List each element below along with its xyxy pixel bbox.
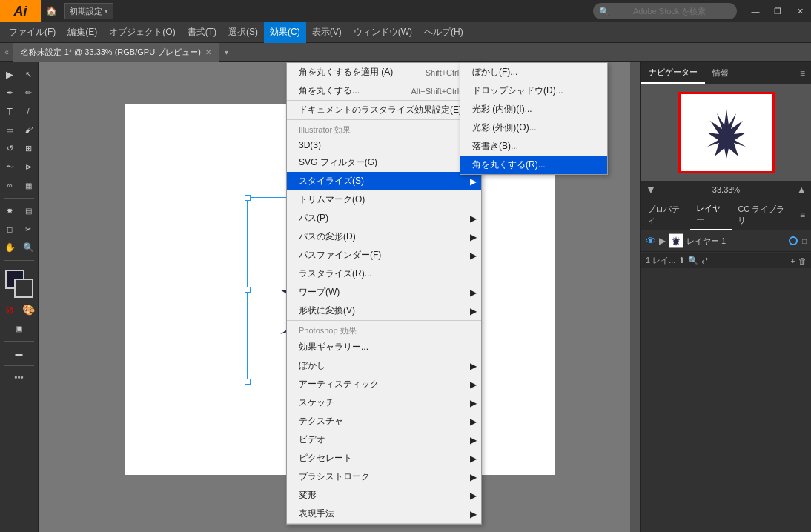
- scale-tool-button[interactable]: ⊞: [19, 139, 37, 157]
- pathfinder-item[interactable]: パスファインダー(F) ▶: [287, 246, 481, 265]
- pencil-tool-button[interactable]: ✏: [19, 84, 37, 102]
- rasterize-settings-item[interactable]: ドキュメントのラスタライズ効果設定(E)...: [287, 101, 481, 119]
- menu-item-s[interactable]: 選択(S): [222, 22, 264, 43]
- blend-tool-button[interactable]: ∞: [1, 176, 19, 194]
- menu-item-v[interactable]: 表示(V): [306, 22, 348, 43]
- document-close-button[interactable]: ✕: [205, 48, 211, 56]
- handle-bot-left[interactable]: [245, 379, 251, 385]
- vertical-scrollbar[interactable]: [630, 62, 640, 532]
- panel-collapse-button[interactable]: «: [0, 43, 13, 62]
- type-tool-button[interactable]: T: [1, 102, 19, 120]
- rotate-tool-button[interactable]: ↺: [1, 139, 19, 157]
- menu-item-c[interactable]: 効果(C): [264, 22, 306, 43]
- warp-item[interactable]: ワープ(W) ▶: [287, 283, 481, 302]
- column-graph-button[interactable]: ▦: [19, 176, 37, 194]
- workspace-switcher[interactable]: 初期設定 ▾: [64, 3, 113, 19]
- apply-round-corners-item[interactable]: 角を丸くするを適用 (A) Shift+Ctrl+E: [287, 63, 481, 82]
- layer-add-button[interactable]: +: [791, 256, 795, 265]
- layer-lock-button[interactable]: □: [802, 237, 807, 245]
- rectangle-tool-button[interactable]: ▭: [1, 121, 19, 139]
- layer-visibility-button[interactable]: 👁: [646, 235, 656, 247]
- stylize-item[interactable]: スタイライズ(S) ▶: [287, 172, 481, 190]
- handle-top-left[interactable]: [245, 195, 251, 201]
- more-tools-button[interactable]: •••: [10, 369, 28, 387]
- none-fill-button[interactable]: ⊘: [1, 301, 19, 319]
- layers-tabs: プロパティ レイヤー CC ライブラリ ≡: [641, 199, 811, 230]
- search-area[interactable]: 🔍: [593, 3, 737, 19]
- menu-item-o[interactable]: オブジェクト(O): [103, 22, 181, 43]
- close-button[interactable]: ✕: [789, 0, 811, 22]
- symbol-sprayer-button[interactable]: ✸: [1, 202, 19, 219]
- tab-cc-libraries[interactable]: CC ライブラリ: [732, 200, 794, 230]
- menu-item-h[interactable]: ヘルプ(H): [418, 22, 469, 43]
- home-button[interactable]: 🏠: [41, 0, 62, 22]
- convert-shape-item[interactable]: 形状に変換(V) ▶: [287, 302, 481, 320]
- scissors-tool-button[interactable]: ✂: [19, 220, 37, 238]
- inner-glow-item[interactable]: 光彩 (内側)(I)...: [460, 100, 607, 119]
- blur-stylize-item[interactable]: ぼかし(F)...: [460, 63, 607, 82]
- tab-properties[interactable]: プロパティ: [641, 200, 690, 230]
- 3d-item[interactable]: 3D(3) ▶: [287, 137, 481, 153]
- rasterize-item[interactable]: ラスタライズ(R)...: [287, 265, 481, 283]
- stock-search-input[interactable]: [612, 3, 724, 19]
- artistic-item[interactable]: アーティスティック ▶: [287, 375, 481, 393]
- selection-tool-button[interactable]: ▶: [1, 65, 19, 83]
- fill-stroke-area[interactable]: [5, 270, 33, 298]
- distort-item[interactable]: 変形 ▶: [287, 486, 481, 505]
- texture-item[interactable]: テクスチャ ▶: [287, 412, 481, 430]
- zoom-in-button[interactable]: ▲: [796, 184, 807, 196]
- sketch-item[interactable]: スケッチ ▶: [287, 393, 481, 412]
- layer-export-button[interactable]: ⬆: [678, 256, 685, 265]
- direct-selection-tool-button[interactable]: ↖: [19, 65, 37, 83]
- minimize-button[interactable]: —: [744, 0, 767, 22]
- arrange-documents-button[interactable]: ▾: [219, 43, 234, 62]
- svg-filters-item[interactable]: SVG フィルター(G) ▶: [287, 153, 481, 172]
- layers-count-label: 1 レイ...: [646, 255, 675, 266]
- hand-tool-button[interactable]: ✋: [1, 239, 19, 256]
- stylize-ps-item[interactable]: 表現手法 ▶: [287, 505, 481, 523]
- trim-marks-item[interactable]: トリムマーク(O): [287, 190, 481, 209]
- brush-stroke-item[interactable]: ブラシストローク ▶: [287, 468, 481, 486]
- zoom-out-button[interactable]: ▼: [646, 184, 656, 196]
- handle-mid-left[interactable]: [245, 287, 251, 293]
- scribble-item[interactable]: 落書き(B)...: [460, 137, 607, 156]
- tab-navigator[interactable]: ナビゲーター: [641, 62, 705, 84]
- menu-item-e[interactable]: 編集(E): [62, 22, 103, 43]
- gradient-button[interactable]: ▣: [10, 319, 28, 337]
- menu-item-f[interactable]: ファイル(F): [3, 22, 62, 43]
- pen-tool-button[interactable]: ✒: [1, 84, 19, 102]
- paintbrush-tool-button[interactable]: 🖌: [19, 121, 37, 139]
- effect-gallery-item[interactable]: 効果ギャラリー...: [287, 338, 481, 356]
- preview-star: [697, 103, 756, 162]
- outer-glow-item[interactable]: 光彩 (外側)(O)...: [460, 119, 607, 137]
- zoom-tool-button[interactable]: 🔍: [19, 239, 37, 256]
- document-tab[interactable]: 名称未設定-1* @ 33.33% (RGB/GPU プレビュー) ✕: [13, 43, 219, 62]
- round-corners-stylize-item[interactable]: 角を丸くする(R)...: [460, 156, 607, 174]
- tab-layers[interactable]: レイヤー: [690, 199, 732, 230]
- menu-item-t[interactable]: 書式(T): [182, 22, 222, 43]
- layer-delete-button[interactable]: 🗑: [798, 256, 807, 265]
- eraser-tool-button[interactable]: ◻: [1, 220, 19, 238]
- layers-menu-button[interactable]: ≡: [794, 210, 811, 220]
- drop-shadow-item[interactable]: ドロップシャドウ(D)...: [460, 82, 607, 100]
- path-item[interactable]: パス(P) ▶: [287, 209, 481, 227]
- layer-arrange-button[interactable]: ⇄: [701, 256, 708, 265]
- tab-info[interactable]: 情報: [705, 63, 736, 83]
- layer-expand-button[interactable]: ▶: [659, 236, 666, 246]
- width-tool-button[interactable]: ⊳: [19, 158, 37, 176]
- blur-item[interactable]: ぼかし ▶: [287, 356, 481, 375]
- panel-menu-button[interactable]: ≡: [794, 68, 811, 79]
- line-tool-button[interactable]: /: [19, 102, 37, 120]
- path-distort-item[interactable]: パスの変形(D) ▶: [287, 227, 481, 246]
- artboard-tool-button[interactable]: ▤: [19, 202, 37, 219]
- draw-behind-button[interactable]: ▬: [10, 345, 28, 362]
- round-corners-item[interactable]: 角を丸くする... Alt+Shift+Ctrl+E: [287, 82, 481, 100]
- pixelate-item[interactable]: ピクセレート ▶: [287, 449, 481, 468]
- layer-search-button[interactable]: 🔍: [688, 256, 698, 265]
- video-item[interactable]: ビデオ ▶: [287, 430, 481, 449]
- warp-tool-button[interactable]: 〜: [1, 158, 19, 176]
- color-button[interactable]: 🎨: [19, 301, 37, 319]
- stroke-color-box[interactable]: [14, 279, 33, 298]
- menu-item-w[interactable]: ウィンドウ(W): [348, 22, 418, 43]
- maximize-button[interactable]: ❐: [767, 0, 789, 22]
